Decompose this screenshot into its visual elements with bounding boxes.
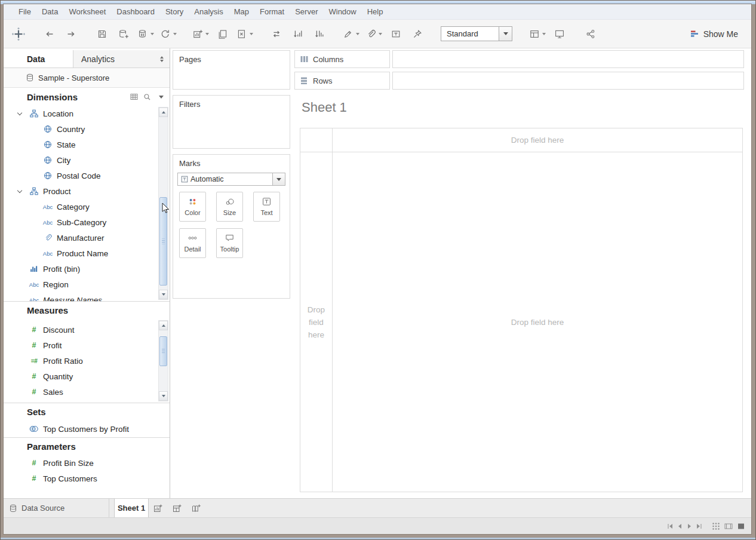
field-manufacturer[interactable]: Manufacturer [4,230,158,246]
fullscreen-button[interactable] [737,522,745,530]
pane-menu-caret-icon[interactable] [159,96,164,99]
view-data-grid-icon[interactable] [130,93,138,100]
field-state[interactable]: State [4,137,158,152]
field-city[interactable]: City [4,152,158,168]
mark-button-text[interactable]: Text [253,192,280,222]
field-product[interactable]: Product [4,183,158,199]
new-data-source-button[interactable] [116,25,131,43]
clear-sheet-button[interactable] [236,25,253,43]
columns-shelf[interactable] [392,50,744,68]
share-button[interactable] [583,25,598,43]
dropdown-caret-icon[interactable] [173,33,177,35]
menu-item-worksheet[interactable]: Worksheet [63,7,111,16]
expand-caret-icon[interactable] [18,113,28,115]
sheet-tab-sheet-1[interactable]: Sheet 1 [114,499,149,517]
expand-caret-icon[interactable] [18,191,28,192]
show-mark-labels-button[interactable] [388,25,404,43]
field-profit[interactable]: #Profit [4,338,158,353]
columns-drop-zone[interactable]: Drop field here [333,128,742,152]
drop-corner[interactable] [300,128,333,152]
scroll-down-button[interactable] [159,391,168,401]
canvas-drop-zone[interactable]: Drop field here [333,152,742,492]
field-region[interactable]: AbcRegion [4,277,158,292]
group-members-button[interactable] [365,25,382,43]
scrollbar-thumb[interactable] [159,336,167,366]
filters-shelf[interactable]: Filters [173,95,290,149]
sheet-sorter-button[interactable] [712,522,720,530]
new-worksheet-tab-button[interactable] [149,499,168,517]
field-quantity[interactable]: #Quantity [4,369,158,384]
field-country[interactable]: Country [4,121,158,137]
last-sheet-button[interactable] [696,523,702,530]
menu-item-format[interactable]: Format [254,7,290,16]
field-sales[interactable]: #Sales [4,384,158,400]
dimensions-scrollbar[interactable] [158,107,168,300]
swap-rows-columns-button[interactable] [269,25,284,43]
menu-item-help[interactable]: Help [362,7,389,16]
field-profit-ratio[interactable]: =#Profit Ratio [4,353,158,369]
save-button[interactable] [94,25,110,43]
new-dashboard-tab-button[interactable] [168,499,187,517]
filmstrip-button[interactable] [724,522,733,530]
duplicate-sheet-button[interactable] [215,25,231,43]
pages-shelf[interactable]: Pages [173,50,290,90]
mark-type-select[interactable]: Automatic [177,173,285,186]
dropdown-caret-icon[interactable] [150,33,154,35]
fit-mode-select[interactable]: Standard [441,26,512,41]
tab-data[interactable]: Data [4,50,73,68]
fit-mode-dropdown-button[interactable] [499,27,512,41]
redo-button[interactable] [63,25,79,43]
rows-drop-zone[interactable]: Drop field here [300,152,333,492]
menu-item-dashboard[interactable]: Dashboard [111,7,160,16]
search-icon[interactable] [143,93,151,100]
mark-button-size[interactable]: Size [216,192,243,222]
field-measure-names[interactable]: AbcMeasure Names [4,292,158,301]
menu-item-map[interactable]: Map [229,7,254,16]
fix-axes-button[interactable] [410,25,425,43]
field-top-customers-by-profit[interactable]: Top Customers by Profit [4,421,170,437]
sort-ascending-button[interactable] [290,25,306,43]
dropdown-caret-icon[interactable] [379,33,382,35]
tab-analytics[interactable]: Analytics [73,50,170,68]
run-update-button[interactable] [160,25,177,43]
menu-item-analysis[interactable]: Analysis [189,7,228,16]
datasource-item[interactable]: Sample - Superstore [4,68,170,88]
field-category[interactable]: AbcCategory [4,199,158,214]
field-location[interactable]: Location [4,106,158,121]
show-me-button[interactable]: Show Me [690,29,744,39]
dropdown-caret-icon[interactable] [250,33,253,35]
highlight-button[interactable] [343,25,359,43]
menu-item-window[interactable]: Window [323,7,361,16]
menu-item-data[interactable]: Data [36,7,63,16]
pane-expander-icon[interactable] [160,56,164,62]
new-worksheet-button[interactable] [192,25,209,43]
field-profit-bin-size[interactable]: #Profit Bin Size [4,455,170,471]
dropdown-caret-icon[interactable] [356,33,359,35]
new-story-tab-button[interactable] [187,499,206,517]
sort-descending-button[interactable] [312,25,327,43]
dropdown-caret-icon[interactable] [205,33,209,35]
field-profit-bin[interactable]: Profit (bin) [4,261,158,277]
undo-button[interactable] [42,25,57,43]
next-sheet-button[interactable] [686,523,693,530]
scroll-up-button[interactable] [159,321,168,330]
measures-scrollbar[interactable] [158,320,168,401]
menu-item-server[interactable]: Server [290,7,323,16]
mark-button-color[interactable]: Color [179,192,206,222]
mark-button-detail[interactable]: Detail [179,228,206,258]
data-source-tab[interactable]: Data Source [4,499,109,517]
field-top-customers[interactable]: #Top Customers [4,471,170,486]
pause-auto-updates-button[interactable] [137,25,154,43]
scrollbar-thumb[interactable] [159,197,167,286]
field-sub-category[interactable]: AbcSub-Category [4,214,158,230]
show-hide-cards-button[interactable] [529,25,546,43]
menu-item-file[interactable]: File [13,7,36,16]
previous-sheet-button[interactable] [677,523,683,530]
rows-shelf[interactable] [392,72,744,90]
presentation-mode-button[interactable] [552,25,567,43]
first-sheet-button[interactable] [667,523,674,530]
dropdown-caret-icon[interactable] [542,33,546,35]
scroll-down-button[interactable] [159,290,168,299]
tableau-logo-button[interactable] [11,25,26,43]
mark-type-dropdown-button[interactable] [272,173,285,185]
